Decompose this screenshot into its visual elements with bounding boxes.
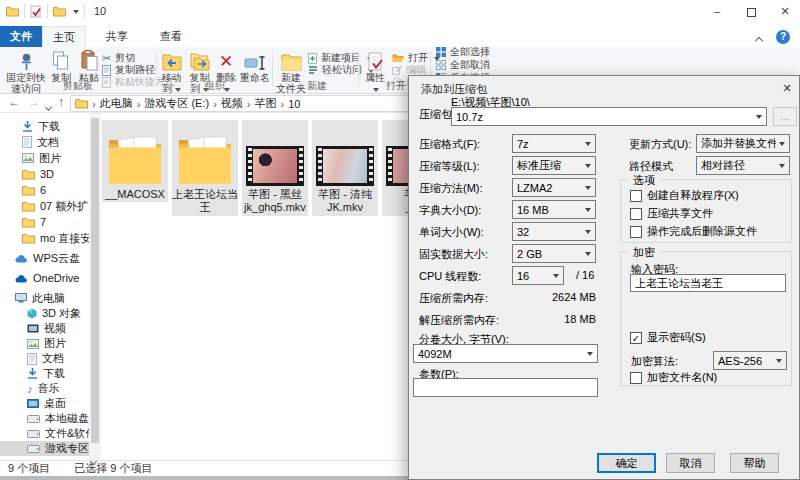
archive-name-combobox[interactable]: 10.7z: [451, 107, 767, 126]
copy-button[interactable]: 复制: [48, 49, 74, 83]
file-item-video-heisi[interactable]: 芊图 - 黑丝 jk_ghq5.mkv: [242, 120, 308, 216]
tab-share[interactable]: 共享: [96, 26, 138, 47]
sidebar-item-pictures[interactable]: 图片: [0, 150, 101, 166]
file-item-video-qingchun[interactable]: 芊图 - 清纯 JK.mkv: [312, 120, 378, 216]
qat-customize-icon[interactable]: [73, 10, 79, 17]
sidebar-item-folder-mo[interactable]: mo 直接安装包: [0, 230, 101, 246]
breadcrumb-item[interactable]: 视频: [221, 96, 243, 111]
sidebar-scrollbar-thumb[interactable]: [91, 118, 99, 443]
maximize-button[interactable]: [734, 0, 768, 22]
sidebar-item-pictures-pc[interactable]: 图片: [0, 336, 101, 351]
copy-to-icon: [186, 49, 213, 71]
scroll-down-icon[interactable]: [91, 454, 96, 466]
file-item-macosx[interactable]: __MACOSX: [102, 120, 168, 202]
collapse-ribbon-icon[interactable]: [756, 34, 762, 46]
method-select[interactable]: LZMA2: [512, 178, 596, 197]
sidebar-item-desktop[interactable]: 桌面: [0, 396, 101, 411]
tab-home[interactable]: 主页: [42, 26, 86, 47]
sidebar-item-folder-7[interactable]: 7: [0, 214, 101, 230]
paste-button[interactable]: 粘贴: [76, 49, 102, 83]
up-button[interactable]: ↑: [58, 95, 64, 109]
sidebar-item-drive-d[interactable]: 文件&软件 (D:): [0, 426, 101, 441]
solid-block-select[interactable]: 2 GB: [512, 244, 596, 263]
breadcrumb-item[interactable]: 此电脑: [100, 96, 133, 111]
word-size-label: 单词大小(W):: [419, 225, 484, 240]
sidebar-item-wps-cloud[interactable]: WPS云盘: [0, 250, 101, 266]
help-icon[interactable]: ?: [776, 30, 790, 44]
help-button[interactable]: 帮助: [730, 453, 779, 473]
file-name: 上老王论坛当老: [172, 188, 238, 201]
method-label: 压缩方法(M):: [419, 181, 483, 196]
update-mode-select[interactable]: 添加并替换文件: [696, 134, 790, 153]
sidebar-item-documents[interactable]: 文档: [0, 134, 101, 150]
sidebar-item-folder-6[interactable]: 6: [0, 182, 101, 198]
tab-view[interactable]: 查看: [150, 26, 192, 47]
breadcrumb-item[interactable]: 芊图: [254, 96, 276, 111]
chevron-down-icon: [587, 352, 593, 359]
shared-files-checkbox[interactable]: 压缩共享文件: [630, 206, 713, 221]
breadcrumb-separator: ›: [137, 98, 141, 110]
sidebar-item-drive-e[interactable]: 游戏专区 (E:): [0, 441, 101, 456]
parameters-input[interactable]: [413, 378, 598, 397]
download-icon: [27, 368, 38, 379]
password-input[interactable]: [630, 274, 786, 292]
select-all-button[interactable]: 全部选择: [436, 45, 490, 59]
forward-button[interactable]: →: [28, 95, 40, 109]
level-select[interactable]: 标准压缩: [512, 156, 596, 175]
chevron-down-icon: [585, 230, 591, 237]
tab-file[interactable]: 文件: [0, 26, 42, 47]
cloud-icon: [15, 254, 28, 263]
sidebar-item-videos[interactable]: 视频: [0, 321, 101, 336]
path-mode-select[interactable]: 相对路径: [696, 156, 790, 175]
folder-icon[interactable]: [53, 6, 66, 17]
close-icon: ✕: [782, 82, 791, 94]
recent-locations-icon[interactable]: [46, 100, 51, 112]
dictionary-label: 字典大小(D):: [419, 203, 481, 218]
breadcrumb-item[interactable]: 10: [288, 98, 300, 110]
sidebar-item-3d-objects[interactable]: 3D 对象: [0, 306, 101, 321]
word-size-select[interactable]: 32: [512, 222, 596, 241]
rename-button[interactable]: 重命名: [240, 49, 270, 83]
group-divider: [156, 51, 157, 87]
file-item-laowang-folder[interactable]: 上老王论坛当老 王: [172, 120, 238, 216]
back-button[interactable]: ←: [8, 95, 20, 109]
sidebar-item-documents-pc[interactable]: 文档: [0, 351, 101, 366]
cpu-threads-select[interactable]: 16: [512, 266, 564, 285]
browse-button[interactable]: ...: [773, 107, 797, 126]
sidebar-item-downloads[interactable]: 下载: [0, 118, 101, 134]
video-icon: [27, 324, 39, 333]
dictionary-select[interactable]: 16 MB: [512, 200, 596, 219]
document-icon: [27, 353, 37, 365]
cancel-button[interactable]: 取消: [666, 453, 715, 473]
drive-icon: [27, 415, 40, 423]
easy-access-icon: [308, 65, 318, 75]
encrypt-filenames-checkbox[interactable]: 加密文件名(N): [630, 370, 717, 385]
close-button[interactable]: ✕: [768, 0, 800, 22]
sidebar-item-this-pc[interactable]: 此电脑: [0, 290, 101, 306]
sidebar-item-drive-c[interactable]: 本地磁盘 (C:): [0, 411, 101, 426]
sidebar-item-folder-07[interactable]: 07 额外扩展: [0, 198, 101, 214]
breadcrumb-item[interactable]: 游戏专区 (E:): [144, 96, 209, 111]
folder-icon: [102, 122, 168, 188]
sidebar-item-downloads-pc[interactable]: 下载: [0, 366, 101, 381]
dialog-close-button[interactable]: ✕: [777, 80, 797, 96]
encryption-method-select[interactable]: AES-256: [713, 351, 787, 370]
chevron-down-icon: [779, 142, 785, 149]
select-none-button[interactable]: 全部取消: [436, 58, 490, 72]
chevron-down-icon: [553, 274, 559, 281]
show-password-checkbox[interactable]: ✓显示密码(S): [630, 330, 706, 345]
format-select[interactable]: 7z: [512, 134, 596, 153]
sfx-checkbox[interactable]: 创建自释放程序(X): [630, 188, 739, 203]
split-volume-combobox[interactable]: 4092M: [413, 344, 598, 363]
sidebar-item-music[interactable]: ♪ 音乐: [0, 381, 101, 396]
properties-check-icon[interactable]: [30, 5, 42, 18]
chevron-down-icon: [585, 208, 591, 215]
rename-icon: [240, 49, 270, 71]
folder-icon[interactable]: [6, 6, 19, 17]
delete-icon: ✕: [214, 49, 238, 71]
ok-button[interactable]: 确定: [597, 453, 656, 473]
sidebar-item-3d[interactable]: 3D: [0, 166, 101, 182]
sidebar-item-onedrive[interactable]: OneDrive: [0, 270, 101, 286]
minimize-button[interactable]: –: [700, 0, 734, 22]
delete-after-checkbox[interactable]: 操作完成后删除源文件: [630, 224, 757, 239]
